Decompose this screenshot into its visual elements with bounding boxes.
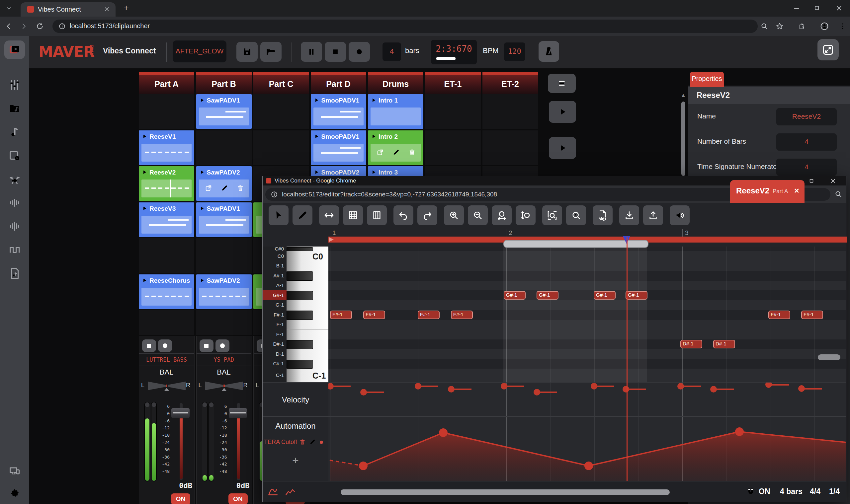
sidebar-item-waveform-alt[interactable] bbox=[8, 220, 21, 232]
strip-record-button[interactable] bbox=[158, 339, 172, 352]
white-key[interactable] bbox=[287, 329, 328, 339]
sidebar-item-drum-kit[interactable] bbox=[8, 173, 21, 185]
midi-note[interactable]: F#-1 bbox=[418, 310, 439, 319]
pitch-label[interactable]: A#-1 bbox=[263, 271, 287, 281]
fader-handle[interactable] bbox=[228, 408, 247, 418]
clip[interactable]: SmooPADV1 bbox=[311, 94, 366, 129]
grid-cell[interactable] bbox=[196, 130, 252, 165]
white-key[interactable] bbox=[287, 349, 328, 359]
back-arrow-icon[interactable] bbox=[5, 22, 13, 30]
velocity-point[interactable] bbox=[415, 383, 421, 390]
clip[interactable]: ReeseV2 bbox=[139, 166, 194, 201]
metronome-button[interactable] bbox=[539, 41, 559, 62]
midi-note[interactable]: F#-1 bbox=[451, 310, 473, 319]
velocity-point[interactable] bbox=[591, 383, 597, 390]
white-key[interactable] bbox=[287, 300, 328, 310]
scene-header-button[interactable] bbox=[548, 74, 576, 93]
midi-note[interactable]: G#-1 bbox=[504, 291, 526, 300]
trash-icon[interactable] bbox=[299, 439, 306, 445]
address-bar[interactable]: localhost:5173/cliplauncher bbox=[52, 20, 758, 33]
sidebar-item-square-wave[interactable] bbox=[8, 244, 21, 256]
balance-widget[interactable] bbox=[148, 381, 186, 391]
midi-note[interactable]: G#-1 bbox=[626, 291, 647, 300]
grid-cell[interactable] bbox=[253, 130, 309, 165]
select-cursor-button[interactable] bbox=[268, 205, 289, 225]
pencil-button[interactable] bbox=[293, 205, 312, 225]
pause-button[interactable] bbox=[301, 42, 322, 62]
midi-note[interactable]: F#-1 bbox=[768, 310, 790, 319]
piano-keys-button[interactable] bbox=[367, 205, 387, 225]
sidebar-item-file-music[interactable] bbox=[8, 267, 21, 280]
close-icon[interactable] bbox=[104, 6, 110, 13]
velocity-point[interactable] bbox=[534, 389, 540, 396]
browser-tab[interactable]: Vibes Connect bbox=[21, 2, 116, 17]
editor-clip-tab[interactable]: ReeseV2Part A✕ bbox=[730, 180, 804, 203]
grid-cell[interactable] bbox=[196, 310, 252, 335]
grid-division-label[interactable]: 1/4 bbox=[829, 487, 840, 496]
pencil-icon[interactable] bbox=[309, 439, 316, 445]
scene-play-button[interactable] bbox=[549, 101, 576, 123]
grid-cell[interactable] bbox=[425, 94, 481, 129]
white-key[interactable] bbox=[287, 281, 328, 291]
sidebar-item-waveform[interactable] bbox=[8, 197, 21, 209]
pan-horizontal-button[interactable] bbox=[319, 205, 339, 225]
clip[interactable]: SawPADV1 bbox=[196, 94, 252, 129]
grid-cell[interactable] bbox=[139, 238, 194, 273]
pitch-label[interactable]: B-1 bbox=[263, 261, 287, 271]
strip-stop-button[interactable] bbox=[142, 339, 156, 352]
midi-note[interactable]: G#-1 bbox=[537, 291, 558, 300]
velocity-point[interactable] bbox=[677, 383, 684, 390]
sidebar-item-mixer-faders[interactable] bbox=[8, 79, 21, 91]
puzzle-icon[interactable] bbox=[798, 22, 806, 30]
grid-cell[interactable] bbox=[139, 94, 194, 129]
add-automation-button[interactable]: + bbox=[263, 454, 328, 467]
properties-scrollbar[interactable] bbox=[681, 102, 685, 176]
pitch-label[interactable]: D#-1 bbox=[263, 339, 287, 349]
clip[interactable]: ReeseChorus bbox=[139, 274, 194, 309]
clip[interactable]: ReeseV1 bbox=[139, 130, 194, 165]
bpm-value-box[interactable]: 120 bbox=[504, 42, 525, 61]
close-icon[interactable] bbox=[835, 5, 843, 12]
avatar-icon[interactable] bbox=[820, 22, 829, 31]
zoom-selection-button[interactable] bbox=[566, 205, 586, 225]
trash-icon[interactable] bbox=[237, 184, 244, 192]
record-button[interactable] bbox=[349, 42, 370, 62]
field-value-box[interactable]: 4 bbox=[776, 159, 837, 176]
reload-icon[interactable] bbox=[36, 22, 44, 30]
midi-note[interactable]: D#-1 bbox=[713, 340, 735, 348]
channel-on-button[interactable]: ON bbox=[228, 493, 248, 504]
midi-note[interactable]: G#-1 bbox=[594, 291, 615, 300]
pitch-label[interactable]: C#-1 bbox=[263, 359, 287, 369]
grid-cell[interactable] bbox=[253, 94, 309, 129]
fader-handle[interactable] bbox=[171, 408, 190, 418]
bars-value-box[interactable]: 4 bbox=[382, 42, 401, 61]
midi-file-button[interactable] bbox=[593, 205, 612, 225]
pitch-label[interactable]: C#0 bbox=[263, 247, 287, 251]
redo-button[interactable] bbox=[417, 205, 437, 225]
white-key[interactable]: C-1 bbox=[287, 368, 328, 382]
clip[interactable]: ReeseV3 bbox=[139, 202, 194, 237]
pitch-label[interactable]: A-1 bbox=[263, 281, 287, 291]
grid-cell[interactable] bbox=[425, 130, 481, 165]
pitch-label[interactable]: E-1 bbox=[263, 329, 287, 339]
pencil-icon[interactable] bbox=[221, 184, 228, 192]
pitch-label[interactable]: C0 bbox=[263, 251, 287, 261]
sidebar-item-clip-launcher[interactable] bbox=[4, 40, 25, 59]
zoom-out-button[interactable] bbox=[468, 205, 488, 225]
sidebar-item-devices[interactable] bbox=[8, 465, 21, 477]
automation-param-name[interactable]: TERA Cutoff bbox=[264, 439, 297, 446]
open-button[interactable] bbox=[260, 42, 281, 62]
maximize-icon[interactable] bbox=[809, 178, 814, 184]
magnifier-icon[interactable] bbox=[834, 190, 843, 198]
velocity-point[interactable] bbox=[448, 386, 454, 393]
clip[interactable]: SawPADV2 bbox=[196, 166, 252, 201]
white-key[interactable]: C0 bbox=[287, 251, 328, 261]
pitch-label[interactable]: G-1 bbox=[263, 300, 287, 310]
automation-curve[interactable] bbox=[328, 417, 846, 481]
grid-cell[interactable] bbox=[139, 310, 194, 335]
grid-cell[interactable] bbox=[483, 94, 538, 129]
balance-widget[interactable] bbox=[205, 381, 243, 391]
channel-on-button[interactable]: ON bbox=[171, 493, 190, 504]
sidebar-item-music-note[interactable] bbox=[8, 126, 21, 138]
black-key[interactable] bbox=[287, 247, 328, 251]
